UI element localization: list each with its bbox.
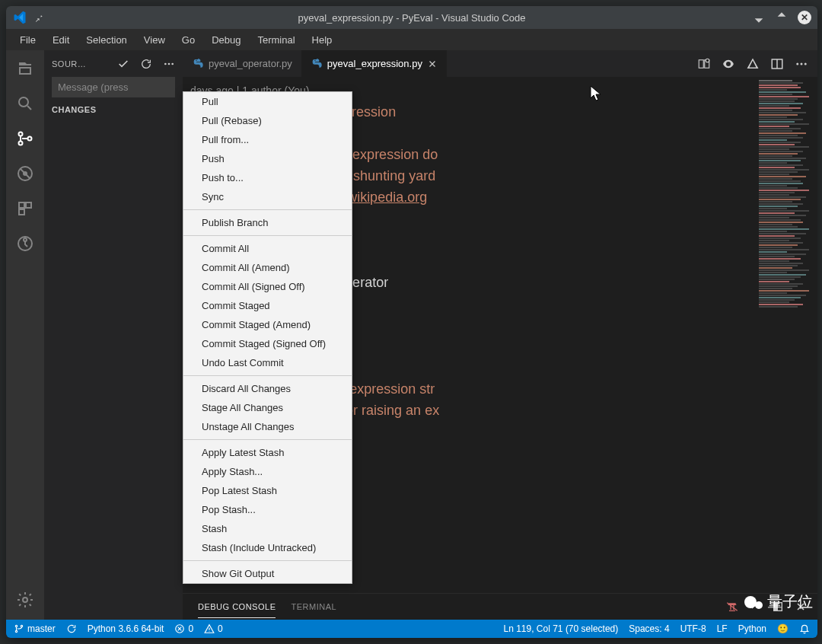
- svg-point-5: [23, 171, 27, 176]
- commit-message-input[interactable]: Message (press: [52, 77, 175, 97]
- status-position[interactable]: Ln 119, Col 71 (70 selected): [503, 623, 618, 634]
- sidebar-title: SOUR…: [52, 59, 111, 69]
- preview-icon[interactable]: [722, 57, 735, 71]
- svg-point-28: [21, 625, 22, 626]
- menu-terminal[interactable]: Terminal: [250, 31, 302, 49]
- commit-check-icon[interactable]: [117, 58, 129, 70]
- panel-tab-debug[interactable]: DEBUG CONSOLE: [198, 596, 276, 618]
- ctx-push-to[interactable]: Push to...: [183, 168, 352, 187]
- status-spaces[interactable]: Spaces: 4: [629, 623, 669, 634]
- watermark: 量子位: [744, 591, 813, 612]
- close-icon[interactable]: [427, 59, 438, 69]
- menu-debug[interactable]: Debug: [204, 31, 248, 49]
- clear-icon[interactable]: [726, 601, 738, 613]
- explorer-icon[interactable]: [14, 58, 36, 79]
- ctx-commit-all-signed[interactable]: Commit All (Signed Off): [183, 277, 352, 296]
- status-errors[interactable]: 0: [174, 623, 193, 634]
- minimap[interactable]: [755, 77, 817, 593]
- split-icon[interactable]: [770, 57, 784, 71]
- ctx-apply-latest-stash[interactable]: Apply Latest Stash: [183, 443, 352, 462]
- menu-help[interactable]: Help: [304, 31, 340, 49]
- svg-point-22: [801, 62, 803, 65]
- ctx-push[interactable]: Push: [183, 149, 352, 168]
- ctx-pop-stash[interactable]: Pop Stash...: [183, 500, 352, 519]
- ctx-commit-staged-signed[interactable]: Commit Staged (Signed Off): [183, 334, 352, 353]
- tab-pyeval-operator[interactable]: pyeval_operator.py: [183, 50, 301, 77]
- ctx-commit-all-amend[interactable]: Commit All (Amend): [183, 258, 352, 277]
- ctx-show-git-output[interactable]: Show Git Output: [183, 564, 352, 583]
- close-button[interactable]: ✕: [798, 11, 811, 24]
- svg-point-15: [196, 59, 196, 60]
- ctx-discard-all[interactable]: Discard All Changes: [183, 379, 352, 398]
- ctx-apply-stash[interactable]: Apply Stash...: [183, 462, 352, 481]
- svg-point-26: [15, 625, 17, 626]
- ctx-commit-staged-amend[interactable]: Commit Staged (Amend): [183, 315, 352, 334]
- ctx-undo-commit[interactable]: Undo Last Commit: [183, 353, 352, 372]
- ctx-pull-rebase[interactable]: Pull (Rebase): [183, 111, 352, 130]
- gitlens-icon[interactable]: [14, 233, 36, 254]
- status-python[interactable]: Python 3.6.6 64-bit: [88, 623, 164, 634]
- refresh-icon[interactable]: [140, 58, 152, 70]
- separator: [183, 439, 352, 440]
- svg-point-13: [168, 62, 170, 65]
- svg-rect-7: [26, 202, 31, 208]
- extensions-icon[interactable]: [14, 198, 36, 219]
- svg-point-1: [19, 132, 23, 136]
- separator: [183, 375, 352, 376]
- ctx-pull-from[interactable]: Pull from...: [183, 130, 352, 149]
- maximize-button[interactable]: [775, 11, 789, 24]
- status-feedback[interactable]: 🙂: [777, 623, 789, 634]
- menu-go[interactable]: Go: [174, 31, 202, 49]
- ctx-unstage-all[interactable]: Unstage All Changes: [183, 417, 352, 436]
- changes-section[interactable]: CHANGES: [44, 102, 183, 117]
- ctx-stash[interactable]: Stash: [183, 519, 352, 538]
- settings-icon[interactable]: [14, 589, 36, 611]
- ctx-pull[interactable]: Pull: [183, 92, 352, 111]
- status-warnings[interactable]: 0: [204, 623, 223, 634]
- separator: [183, 209, 352, 210]
- search-icon[interactable]: [14, 93, 36, 114]
- python-icon: [311, 58, 323, 70]
- panel-tab-terminal[interactable]: TERMINAL: [291, 596, 336, 618]
- ctx-publish-branch[interactable]: Publish Branch: [183, 213, 352, 232]
- statusbar: master Python 3.6.6 64-bit 0 0 Ln 119, C…: [6, 620, 817, 638]
- diff-icon[interactable]: [697, 57, 711, 71]
- status-branch[interactable]: master: [14, 623, 56, 634]
- main: SOUR… Message (press CHANGES pyeval_oper…: [6, 50, 817, 620]
- menu-file[interactable]: File: [12, 31, 43, 49]
- svg-point-21: [796, 62, 798, 65]
- ctx-pop-latest-stash[interactable]: Pop Latest Stash: [183, 481, 352, 500]
- ctx-commit-all[interactable]: Commit All: [183, 239, 352, 258]
- debug-icon[interactable]: [14, 163, 36, 184]
- ctx-stash-untracked[interactable]: Stash (Include Untracked): [183, 538, 352, 557]
- menu-selection[interactable]: Selection: [78, 31, 134, 49]
- ctx-stage-all[interactable]: Stage All Changes: [183, 398, 352, 417]
- svg-point-11: [23, 598, 27, 602]
- svg-point-12: [164, 62, 167, 65]
- tab-pyeval-expression[interactable]: pyeval_expression.py: [301, 50, 447, 77]
- titlebar: pyeval_expression.py - PyEval - Visual S…: [6, 6, 817, 29]
- sidebar-header: SOUR…: [44, 50, 183, 77]
- run-icon[interactable]: [746, 57, 760, 71]
- status-lang[interactable]: Python: [738, 623, 766, 634]
- python-icon: [192, 58, 204, 70]
- menu-view[interactable]: View: [136, 31, 173, 49]
- more-icon[interactable]: [163, 58, 175, 70]
- status-sync[interactable]: [66, 623, 77, 634]
- menu-edit[interactable]: Edit: [45, 31, 77, 49]
- minimize-button[interactable]: [752, 11, 766, 24]
- svg-point-23: [804, 62, 807, 65]
- pin-icon[interactable]: [33, 12, 44, 23]
- scm-context-menu: Pull Pull (Rebase) Pull from... Push Pus…: [183, 91, 352, 584]
- svg-point-3: [28, 137, 32, 141]
- source-control-icon[interactable]: [14, 128, 36, 149]
- more-actions-icon[interactable]: [795, 57, 808, 71]
- cursor-icon: [590, 85, 604, 104]
- ctx-sync[interactable]: Sync: [183, 187, 352, 206]
- tab-label: pyeval_operator.py: [209, 58, 292, 69]
- status-encoding[interactable]: UTF-8: [680, 623, 706, 634]
- window-title: pyeval_expression.py - PyEval - Visual S…: [298, 12, 526, 24]
- ctx-commit-staged[interactable]: Commit Staged: [183, 296, 352, 315]
- status-eol[interactable]: LF: [717, 623, 728, 634]
- status-bell-icon[interactable]: [799, 623, 810, 634]
